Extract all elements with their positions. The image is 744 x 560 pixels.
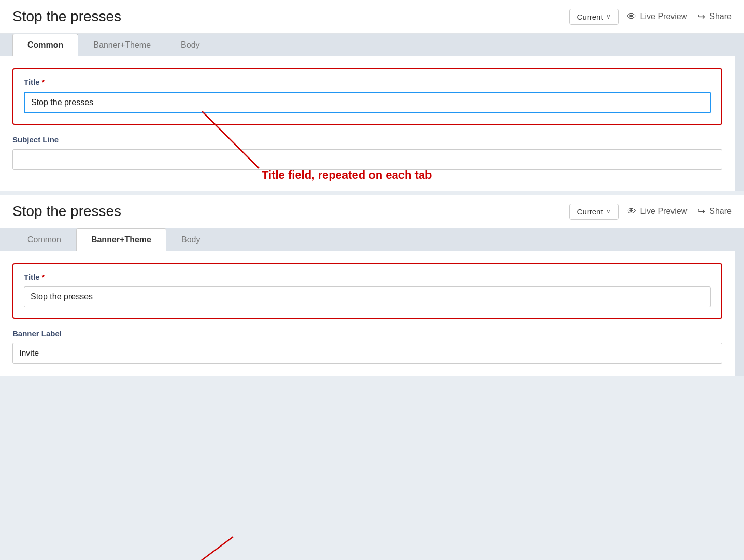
share-icon-2: ↪ [697,206,705,217]
current-button-2[interactable]: Current ∨ [569,204,619,220]
banner-label-input[interactable] [12,343,722,364]
tab-banner-theme-2[interactable]: Banner+Theme [76,228,166,251]
subject-label: Subject Line [12,135,722,144]
title-field-section-2: Title * [12,263,722,319]
svg-line-3 [192,537,233,560]
live-preview-button[interactable]: 👁 Live Preview [627,11,688,22]
header-right-2: 👁 Live Preview ↪ Share [627,206,732,217]
annotation-2 [181,537,285,560]
tabs-bar-2: Common Banner+Theme Body [0,228,744,251]
tab-banner-theme[interactable]: Banner+Theme [78,34,166,56]
chevron-down-icon-2: ∨ [606,208,611,215]
tab-body-2[interactable]: Body [166,228,215,251]
required-indicator: * [42,78,45,87]
required-indicator-2: * [42,272,45,281]
header-right: 👁 Live Preview ↪ Share [627,11,732,22]
page-title: Stop the presses [12,8,561,25]
tab-body[interactable]: Body [166,34,214,56]
title-field-label: Title * [24,78,711,87]
panel-2-header: Stop the presses Current ∨ 👁 Live Previe… [0,195,744,228]
live-preview-label-2: Live Preview [640,207,688,216]
share-label-2: Share [709,207,732,216]
tabs-bar-1: Common Banner+Theme Body [0,34,744,56]
panel-2-content: Title * Banner Label [0,251,744,376]
panel-2: Stop the presses Current ∨ 👁 Live Previe… [0,195,744,376]
share-button[interactable]: ↪ Share [697,11,732,22]
subject-line-section: Subject Line [12,135,722,170]
share-label: Share [709,12,732,21]
live-preview-button-2[interactable]: 👁 Live Preview [627,206,688,217]
banner-label-section: Banner Label [12,329,722,364]
panel-1-content: Title * Subject Line [0,56,744,191]
eye-icon: 👁 [627,11,636,22]
chevron-down-icon: ∨ [606,13,611,20]
panel-1-header: Stop the presses Current ∨ 👁 Live Previe… [0,0,744,34]
title-input[interactable] [24,92,711,113]
right-strip-1 [735,56,744,191]
current-button[interactable]: Current ∨ [569,9,619,25]
eye-icon-2: 👁 [627,206,636,217]
title-input-2[interactable] [24,286,711,307]
banner-label: Banner Label [12,329,722,338]
tab-common-2[interactable]: Common [12,228,76,251]
share-icon: ↪ [697,11,705,22]
page-title-2: Stop the presses [12,203,561,220]
annotation-arrow-2 [181,537,285,560]
share-button-2[interactable]: ↪ Share [697,206,732,217]
title-field-section: Title * [12,68,722,125]
panel-1: Stop the presses Current ∨ 👁 Live Previe… [0,0,744,191]
right-strip-2 [735,251,744,376]
current-label-2: Current [577,207,603,216]
tab-common[interactable]: Common [12,34,78,56]
title-field-label-2: Title * [24,272,711,281]
subject-line-input[interactable] [12,149,722,170]
live-preview-label: Live Preview [640,12,688,21]
current-label: Current [577,12,603,21]
